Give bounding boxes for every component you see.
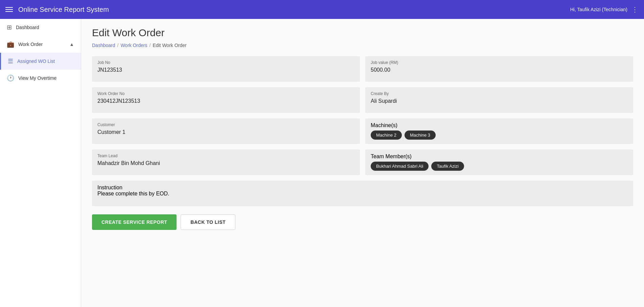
job-no-value: JN123513 <box>97 67 354 73</box>
app-title: Online Service Report System <box>18 6 109 14</box>
customer-value: Customer 1 <box>97 129 354 135</box>
team-members-label: Team Member(s) <box>371 154 628 160</box>
page-title: Edit Work Order <box>92 27 633 39</box>
field-machines: Machine(s) Machine 2 Machine 3 <box>365 118 633 144</box>
dashboard-icon: ⊞ <box>7 24 12 31</box>
field-customer: Customer Customer 1 <box>92 118 360 144</box>
chevron-up-icon: ▲ <box>69 42 74 47</box>
field-job-no: Job No JN123513 <box>92 56 360 82</box>
create-service-report-button[interactable]: CREATE SERVICE REPORT <box>92 214 177 230</box>
job-value-label: Job value (RM) <box>371 60 628 65</box>
work-order-no-value: 230412JN123513 <box>97 98 354 104</box>
more-options-icon[interactable]: ⋮ <box>631 5 639 14</box>
sidebar: ⊞ Dashboard 💼 Work Order ▲ ☰ Assigned WO… <box>0 19 81 307</box>
create-by-label: Create By <box>371 91 628 96</box>
field-team-members: Team Member(s) Bukhari Ahmad Sabri Ali T… <box>365 149 633 175</box>
team-lead-value: Mahadzir Bin Mohd Ghani <box>97 160 354 166</box>
breadcrumb-sep-2: / <box>149 43 151 48</box>
team-members-chips: Bukhari Ahmad Sabri Ali Taufik Azizi <box>371 162 628 171</box>
field-create-by: Create By Ali Supardi <box>365 87 633 113</box>
clock-icon: 🕐 <box>7 74 14 82</box>
breadcrumb-dashboard[interactable]: Dashboard <box>92 43 115 48</box>
machine-chip-1: Machine 2 <box>371 131 402 140</box>
field-team-lead: Team Lead Mahadzir Bin Mohd Ghani <box>92 149 360 175</box>
row-customer: Customer Customer 1 Machine(s) Machine 2… <box>92 118 633 144</box>
hamburger-icon[interactable] <box>5 7 13 12</box>
sidebar-overtime-label: View My Overtime <box>18 75 56 81</box>
sidebar-item-view-overtime[interactable]: 🕐 View My Overtime <box>0 70 81 87</box>
job-no-label: Job No <box>97 60 354 65</box>
topbar-left: Online Service Report System <box>5 6 109 14</box>
create-by-value: Ali Supardi <box>371 98 628 104</box>
user-greeting: Hi, Taufik Azizi (Technician) <box>570 7 627 12</box>
sidebar-item-work-order[interactable]: 💼 Work Order ▲ <box>0 36 81 53</box>
team-lead-label: Team Lead <box>97 154 354 158</box>
row-job: Job No JN123513 Job value (RM) 5000.00 <box>92 56 633 82</box>
work-order-icon: 💼 <box>7 41 14 48</box>
sidebar-work-order-label: Work Order <box>18 42 43 47</box>
topbar: Online Service Report System Hi, Taufik … <box>0 0 644 19</box>
back-to-list-button[interactable]: BACK TO LIST <box>181 214 235 230</box>
field-instruction: Instruction Please complete this by EOD. <box>92 181 633 206</box>
row-wo: Work Order No 230412JN123513 Create By A… <box>92 87 633 113</box>
topbar-right: Hi, Taufik Azizi (Technician) ⋮ <box>570 5 639 14</box>
work-order-no-label: Work Order No <box>97 91 354 96</box>
sidebar-dashboard-label: Dashboard <box>16 25 39 30</box>
list-icon: ☰ <box>8 57 13 65</box>
field-job-value: Job value (RM) 5000.00 <box>365 56 633 82</box>
machines-chips: Machine 2 Machine 3 <box>371 131 628 140</box>
row-team: Team Lead Mahadzir Bin Mohd Ghani Team M… <box>92 149 633 175</box>
team-member-chip-2: Taufik Azizi <box>431 162 464 171</box>
breadcrumb-current: Edit Work Order <box>153 43 186 48</box>
machines-label: Machine(s) <box>371 122 628 128</box>
sidebar-item-assigned-wo[interactable]: ☰ Assigned WO List <box>0 53 81 70</box>
breadcrumb: Dashboard / Work Orders / Edit Work Orde… <box>92 43 633 48</box>
machine-chip-2: Machine 3 <box>405 131 436 140</box>
customer-label: Customer <box>97 122 354 127</box>
instruction-label: Instruction <box>97 185 628 191</box>
sidebar-assigned-wo-label: Assigned WO List <box>17 58 55 64</box>
button-row: CREATE SERVICE REPORT BACK TO LIST <box>92 214 633 230</box>
sidebar-sub-menu: ☰ Assigned WO List <box>0 53 81 70</box>
breadcrumb-work-orders[interactable]: Work Orders <box>120 43 147 48</box>
layout: ⊞ Dashboard 💼 Work Order ▲ ☰ Assigned WO… <box>0 19 644 307</box>
team-member-chip-1: Bukhari Ahmad Sabri Ali <box>371 162 429 171</box>
field-work-order-no: Work Order No 230412JN123513 <box>92 87 360 113</box>
instruction-value: Please complete this by EOD. <box>97 191 628 197</box>
main-content: Edit Work Order Dashboard / Work Orders … <box>81 19 644 307</box>
breadcrumb-sep-1: / <box>117 43 119 48</box>
job-value-value: 5000.00 <box>371 67 628 73</box>
sidebar-item-dashboard[interactable]: ⊞ Dashboard <box>0 19 81 36</box>
